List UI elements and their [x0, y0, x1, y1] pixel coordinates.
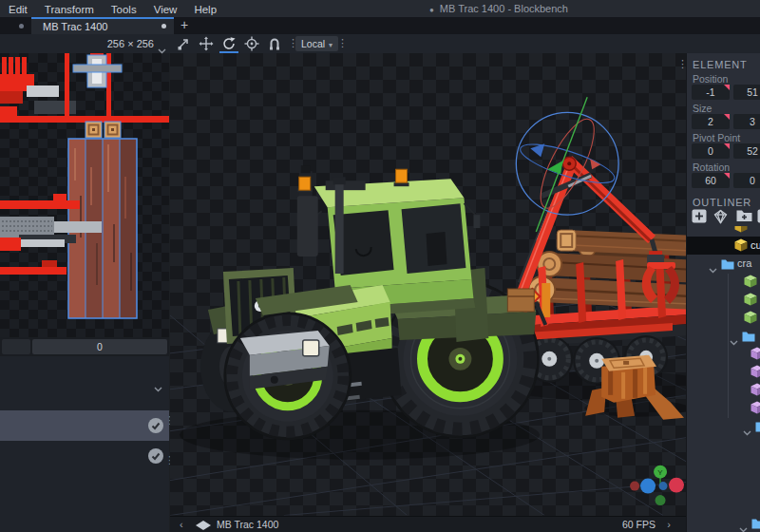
- cube-icon: [750, 383, 760, 400]
- menubar-items: EditTransformToolsViewHelp: [0, 0, 225, 16]
- uv-face-log-end[interactable]: [86, 122, 102, 138]
- outliner-cube-row[interactable]: [687, 291, 760, 309]
- tab-bar: MB Trac 1400 +: [0, 17, 760, 34]
- cube-icon: [744, 275, 757, 292]
- textures-panel: [0, 356, 169, 532]
- outliner-tree: cubcra: [687, 53, 760, 532]
- fps-counter: 60 FPS: [622, 517, 656, 532]
- new-tab-button[interactable]: +: [177, 17, 192, 34]
- uv-texture-panel: 0 ⋮ ⋮: [0, 53, 169, 532]
- outliner-group-row[interactable]: [687, 514, 760, 532]
- move-tool[interactable]: [195, 34, 218, 53]
- outliner-indent-guide: [728, 274, 729, 418]
- model-marker-icon: [195, 521, 212, 530]
- outliner-cube-row[interactable]: [687, 381, 760, 399]
- sidebar-drag-handle[interactable]: ⋮: [677, 55, 688, 74]
- texture-list-row[interactable]: [0, 441, 169, 471]
- outliner-cube-row[interactable]: [687, 345, 760, 363]
- menubar: EditTransformToolsViewHelp ●MB Trac 1400…: [0, 0, 760, 17]
- menu-help[interactable]: Help: [185, 1, 225, 18]
- viewport-3d-canvas[interactable]: Y: [170, 53, 686, 516]
- transform-space-dropdown[interactable]: Local▾: [295, 36, 338, 51]
- window-title: ●MB Trac 1400 - Blockbench: [429, 0, 568, 17]
- nav-x-negative[interactable]: [630, 482, 639, 491]
- texture-resolution[interactable]: 256 × 256: [0, 34, 154, 53]
- viewport-toolbar: 256 × 256: [0, 34, 760, 53]
- tractor-model: [223, 165, 550, 438]
- outliner-cube-row[interactable]: [687, 399, 760, 417]
- outliner-cube-row[interactable]: [687, 309, 760, 327]
- chevron-down-icon[interactable]: [739, 520, 748, 532]
- viewport-status-bar: ‹ MB Trac 1400 60 FPS ›: [170, 516, 686, 532]
- menu-edit[interactable]: Edit: [0, 1, 36, 18]
- chevron-left-icon[interactable]: ‹: [180, 517, 183, 532]
- caret-down-icon: ▾: [329, 41, 332, 49]
- uv-slider-handle[interactable]: [2, 339, 30, 354]
- folder-icon: [755, 419, 760, 436]
- menu-view[interactable]: View: [145, 1, 186, 18]
- uv-face-log-end[interactable]: [104, 122, 121, 138]
- outliner-item-label: cub: [750, 239, 760, 251]
- menu-transform[interactable]: Transform: [36, 1, 103, 18]
- viewport-model-name: MB Trac 1400: [217, 517, 278, 532]
- folder-icon: [742, 329, 755, 346]
- tab-unsaved-dot: [162, 24, 166, 28]
- texture-list-row[interactable]: [0, 410, 169, 441]
- blockbench-window: EditTransformToolsViewHelp ●MB Trac 1400…: [0, 0, 760, 532]
- cube-icon: [734, 226, 748, 237]
- outliner-cube-row[interactable]: [687, 226, 760, 237]
- texture-enabled-check-icon[interactable]: [147, 447, 164, 468]
- outliner-group-row[interactable]: cra: [687, 255, 760, 273]
- project-tab-label: MB Trac 1400: [43, 20, 107, 34]
- cube-icon: [750, 365, 760, 382]
- outliner-cube-row[interactable]: [687, 273, 760, 291]
- uv-slider-value[interactable]: 0: [32, 339, 167, 354]
- scale-tool[interactable]: [172, 34, 195, 53]
- project-tab[interactable]: MB Trac 1400: [31, 17, 174, 34]
- outliner-group-row[interactable]: [687, 327, 760, 345]
- outliner-group-row[interactable]: [687, 417, 760, 435]
- nav-z-negative[interactable]: [659, 482, 668, 490]
- rotate-tool[interactable]: [218, 34, 240, 53]
- chevron-down-icon[interactable]: [154, 379, 162, 396]
- chevron-down-icon[interactable]: [743, 423, 751, 440]
- nav-x-positive[interactable]: [669, 478, 684, 493]
- menu-tools[interactable]: Tools: [103, 1, 145, 18]
- nav-y-negative[interactable]: [656, 495, 666, 505]
- pivot-tool[interactable]: [240, 34, 263, 53]
- outliner-cube-row[interactable]: [687, 363, 760, 381]
- nav-y-label: Y: [657, 468, 663, 477]
- nav-z-positive[interactable]: [640, 479, 656, 494]
- scene-render: Y: [170, 53, 686, 516]
- texture-enabled-check-icon[interactable]: [147, 417, 164, 438]
- outliner-item-label: cra: [737, 257, 751, 269]
- cube-icon: [744, 293, 757, 310]
- cube-icon: [750, 401, 760, 418]
- transform-tools: [172, 34, 286, 53]
- outliner-cube-row[interactable]: cub: [687, 237, 760, 255]
- folder-icon: [721, 256, 734, 274]
- vertex-snap-tool[interactable]: [263, 34, 286, 53]
- right-sidebar: ELEMENT Position-151Size23Pivot Point052…: [686, 53, 760, 532]
- cube-icon: [744, 311, 757, 328]
- uv-editor-canvas[interactable]: [0, 53, 169, 337]
- texture-pixel-art: [0, 53, 169, 337]
- folder-icon: [751, 516, 760, 532]
- cube-icon: [734, 238, 748, 256]
- tab-bar-dot: [19, 24, 24, 28]
- chevron-down-icon[interactable]: [158, 41, 166, 58]
- chevron-right-icon[interactable]: ›: [667, 517, 671, 532]
- cube-icon: [750, 347, 760, 364]
- uv-slider-row: 0: [0, 337, 169, 356]
- toolbar-separator-dots: ⋮: [337, 34, 348, 53]
- unsaved-dot: ●: [429, 6, 434, 14]
